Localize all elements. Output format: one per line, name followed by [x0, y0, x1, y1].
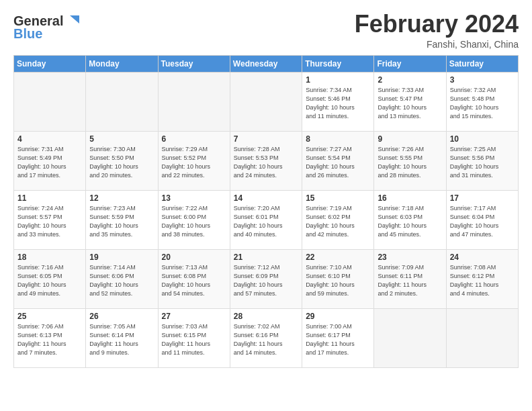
day-info: Sunrise: 7:23 AM Sunset: 5:59 PM Dayligh… — [89, 204, 154, 239]
day-info: Sunrise: 7:10 AM Sunset: 6:10 PM Dayligh… — [306, 263, 370, 298]
calendar-cell: 15Sunrise: 7:19 AM Sunset: 6:02 PM Dayli… — [302, 190, 374, 249]
day-number: 5 — [89, 134, 154, 144]
day-number: 10 — [450, 134, 515, 144]
logo-text-blue: Blue — [13, 26, 42, 42]
day-info: Sunrise: 7:06 AM Sunset: 6:13 PM Dayligh… — [17, 322, 82, 357]
weekday-header-friday: Friday — [374, 55, 446, 72]
day-info: Sunrise: 7:25 AM Sunset: 5:56 PM Dayligh… — [450, 145, 515, 180]
weekday-header-wednesday: Wednesday — [230, 55, 302, 72]
calendar-cell: 23Sunrise: 7:09 AM Sunset: 6:11 PM Dayli… — [374, 249, 446, 308]
day-info: Sunrise: 7:19 AM Sunset: 6:02 PM Dayligh… — [306, 204, 370, 239]
svg-marker-0 — [70, 15, 79, 24]
day-number: 4 — [17, 134, 82, 144]
header: General Blue February 2024 Fanshi, Shanx… — [13, 11, 519, 50]
day-number: 16 — [378, 193, 442, 203]
day-info: Sunrise: 7:08 AM Sunset: 6:12 PM Dayligh… — [450, 263, 515, 298]
calendar-cell: 2Sunrise: 7:33 AM Sunset: 5:47 PM Daylig… — [374, 72, 446, 131]
calendar-cell: 17Sunrise: 7:17 AM Sunset: 6:04 PM Dayli… — [446, 190, 518, 249]
day-number: 20 — [162, 253, 226, 262]
calendar-cell — [446, 308, 518, 367]
day-number: 11 — [17, 193, 82, 203]
day-info: Sunrise: 7:14 AM Sunset: 6:06 PM Dayligh… — [89, 263, 154, 298]
day-info: Sunrise: 7:27 AM Sunset: 5:54 PM Dayligh… — [306, 145, 370, 180]
calendar-cell: 26Sunrise: 7:05 AM Sunset: 6:14 PM Dayli… — [86, 308, 158, 367]
day-number: 29 — [306, 312, 370, 321]
calendar-cell — [374, 308, 446, 367]
calendar-cell: 5Sunrise: 7:30 AM Sunset: 5:50 PM Daylig… — [86, 131, 158, 190]
month-title: February 2024 — [355, 11, 519, 38]
day-info: Sunrise: 7:05 AM Sunset: 6:14 PM Dayligh… — [89, 322, 154, 357]
day-info: Sunrise: 7:18 AM Sunset: 6:03 PM Dayligh… — [378, 204, 442, 239]
calendar-cell: 9Sunrise: 7:26 AM Sunset: 5:55 PM Daylig… — [374, 131, 446, 190]
calendar-cell — [230, 72, 302, 131]
calendar-cell: 4Sunrise: 7:31 AM Sunset: 5:49 PM Daylig… — [14, 131, 86, 190]
calendar-cell: 22Sunrise: 7:10 AM Sunset: 6:10 PM Dayli… — [302, 249, 374, 308]
day-info: Sunrise: 7:22 AM Sunset: 6:00 PM Dayligh… — [162, 204, 226, 239]
day-number: 3 — [450, 75, 515, 85]
day-info: Sunrise: 7:34 AM Sunset: 5:46 PM Dayligh… — [306, 86, 370, 121]
page: General Blue February 2024 Fanshi, Shanx… — [0, 0, 532, 411]
day-number: 15 — [306, 193, 370, 203]
day-info: Sunrise: 7:02 AM Sunset: 6:16 PM Dayligh… — [234, 322, 298, 357]
day-number: 19 — [89, 253, 154, 262]
calendar-cell: 21Sunrise: 7:12 AM Sunset: 6:09 PM Dayli… — [230, 249, 302, 308]
day-info: Sunrise: 7:20 AM Sunset: 6:01 PM Dayligh… — [234, 204, 298, 239]
day-info: Sunrise: 7:32 AM Sunset: 5:48 PM Dayligh… — [450, 86, 515, 121]
day-number: 1 — [306, 75, 370, 85]
day-number: 25 — [17, 312, 82, 321]
calendar-cell: 11Sunrise: 7:24 AM Sunset: 5:57 PM Dayli… — [14, 190, 86, 249]
day-info: Sunrise: 7:16 AM Sunset: 6:05 PM Dayligh… — [17, 263, 82, 298]
day-info: Sunrise: 7:30 AM Sunset: 5:50 PM Dayligh… — [89, 145, 154, 180]
day-number: 21 — [234, 253, 298, 262]
calendar-cell: 6Sunrise: 7:29 AM Sunset: 5:52 PM Daylig… — [158, 131, 230, 190]
day-info: Sunrise: 7:12 AM Sunset: 6:09 PM Dayligh… — [234, 263, 298, 298]
calendar-cell — [86, 72, 158, 131]
day-number: 17 — [450, 193, 515, 203]
weekday-header-thursday: Thursday — [302, 55, 374, 72]
logo-bird-icon — [64, 14, 79, 29]
day-number: 23 — [378, 253, 442, 262]
day-number: 28 — [234, 312, 298, 321]
calendar-table: SundayMondayTuesdayWednesdayThursdayFrid… — [13, 55, 519, 368]
day-info: Sunrise: 7:24 AM Sunset: 5:57 PM Dayligh… — [17, 204, 82, 239]
day-info: Sunrise: 7:31 AM Sunset: 5:49 PM Dayligh… — [17, 145, 82, 180]
day-number: 12 — [89, 193, 154, 203]
calendar-header-row: SundayMondayTuesdayWednesdayThursdayFrid… — [14, 55, 519, 72]
calendar-cell: 24Sunrise: 7:08 AM Sunset: 6:12 PM Dayli… — [446, 249, 518, 308]
day-info: Sunrise: 7:28 AM Sunset: 5:53 PM Dayligh… — [234, 145, 298, 180]
calendar-cell: 14Sunrise: 7:20 AM Sunset: 6:01 PM Dayli… — [230, 190, 302, 249]
calendar-cell: 13Sunrise: 7:22 AM Sunset: 6:00 PM Dayli… — [158, 190, 230, 249]
weekday-header-tuesday: Tuesday — [158, 55, 230, 72]
calendar-cell: 18Sunrise: 7:16 AM Sunset: 6:05 PM Dayli… — [14, 249, 86, 308]
calendar-cell: 28Sunrise: 7:02 AM Sunset: 6:16 PM Dayli… — [230, 308, 302, 367]
day-number: 18 — [17, 253, 82, 262]
calendar-cell: 29Sunrise: 7:00 AM Sunset: 6:17 PM Dayli… — [302, 308, 374, 367]
day-info: Sunrise: 7:09 AM Sunset: 6:11 PM Dayligh… — [378, 263, 442, 298]
day-number: 27 — [162, 312, 226, 321]
day-info: Sunrise: 7:33 AM Sunset: 5:47 PM Dayligh… — [378, 86, 442, 121]
calendar-cell: 3Sunrise: 7:32 AM Sunset: 5:48 PM Daylig… — [446, 72, 518, 131]
day-number: 14 — [234, 193, 298, 203]
calendar-week-3: 11Sunrise: 7:24 AM Sunset: 5:57 PM Dayli… — [14, 190, 519, 249]
weekday-header-saturday: Saturday — [446, 55, 518, 72]
calendar-cell: 27Sunrise: 7:03 AM Sunset: 6:15 PM Dayli… — [158, 308, 230, 367]
location: Fanshi, Shanxi, China — [355, 39, 519, 50]
calendar-week-1: 1Sunrise: 7:34 AM Sunset: 5:46 PM Daylig… — [14, 72, 519, 131]
calendar-cell — [14, 72, 86, 131]
day-number: 22 — [306, 253, 370, 262]
calendar-cell: 20Sunrise: 7:13 AM Sunset: 6:08 PM Dayli… — [158, 249, 230, 308]
calendar-cell: 8Sunrise: 7:27 AM Sunset: 5:54 PM Daylig… — [302, 131, 374, 190]
day-info: Sunrise: 7:03 AM Sunset: 6:15 PM Dayligh… — [162, 322, 226, 357]
day-info: Sunrise: 7:17 AM Sunset: 6:04 PM Dayligh… — [450, 204, 515, 239]
calendar-cell — [158, 72, 230, 131]
day-info: Sunrise: 7:29 AM Sunset: 5:52 PM Dayligh… — [162, 145, 226, 180]
day-number: 13 — [162, 193, 226, 203]
day-info: Sunrise: 7:13 AM Sunset: 6:08 PM Dayligh… — [162, 263, 226, 298]
weekday-header-monday: Monday — [86, 55, 158, 72]
calendar-week-5: 25Sunrise: 7:06 AM Sunset: 6:13 PM Dayli… — [14, 308, 519, 367]
logo: General Blue — [13, 13, 79, 42]
day-number: 7 — [234, 134, 298, 144]
day-number: 24 — [450, 253, 515, 262]
day-number: 6 — [162, 134, 226, 144]
day-number: 9 — [378, 134, 442, 144]
